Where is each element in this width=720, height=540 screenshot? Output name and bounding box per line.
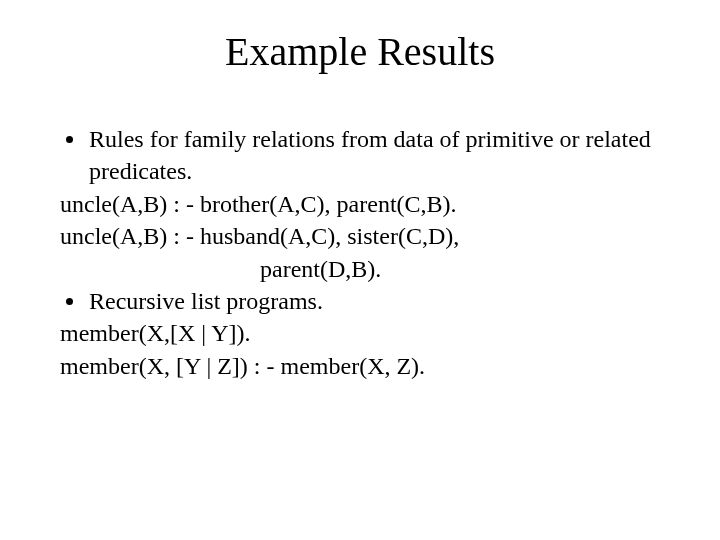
bullet-item: Recursive list programs. — [66, 285, 660, 317]
bullet-item: Rules for family relations from data of … — [66, 123, 660, 188]
bullet-text: Recursive list programs. — [89, 285, 660, 317]
bullet-icon — [66, 136, 73, 143]
prolog-rule: member(X, [Y | Z]) : - member(X, Z). — [60, 350, 660, 382]
bullet-text: Rules for family relations from data of … — [89, 123, 660, 188]
prolog-rule: uncle(A,B) : - brother(A,C), parent(C,B)… — [60, 188, 660, 220]
bullet-icon — [66, 298, 73, 305]
prolog-rule: member(X,[X | Y]). — [60, 317, 660, 349]
prolog-rule: uncle(A,B) : - husband(A,C), sister(C,D)… — [60, 220, 660, 252]
slide: Example Results Rules for family relatio… — [0, 0, 720, 540]
slide-title: Example Results — [60, 28, 660, 75]
slide-body: Rules for family relations from data of … — [60, 123, 660, 382]
prolog-rule-cont: parent(D,B). — [260, 253, 660, 285]
